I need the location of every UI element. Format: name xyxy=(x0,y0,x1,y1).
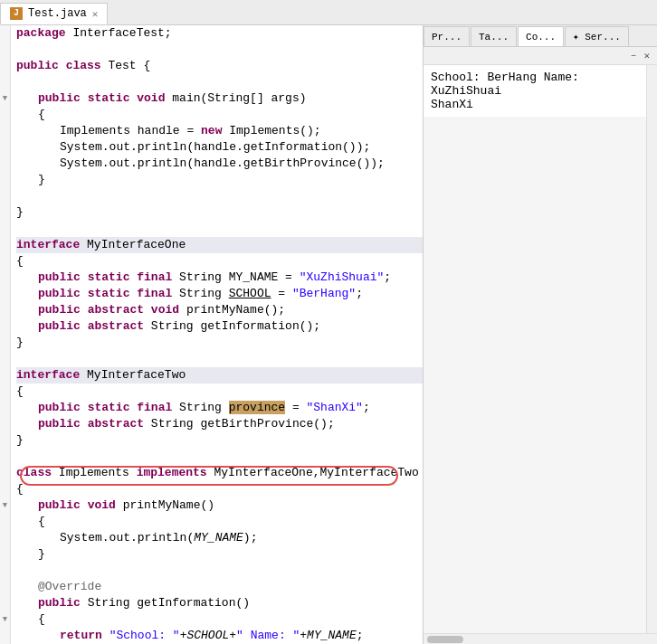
tab-servers[interactable]: ✦ Ser... xyxy=(565,26,629,46)
code-line-2 xyxy=(16,42,423,58)
code-line-6: { xyxy=(16,107,423,123)
code-line-21 xyxy=(16,351,423,367)
code-line-33: } xyxy=(16,546,423,563)
code-line-1: package InterfaceTest; xyxy=(16,25,423,42)
code-line-26: } xyxy=(16,432,423,449)
fold-arrow-main[interactable]: ▼ xyxy=(0,90,10,107)
fold-cell xyxy=(0,107,10,123)
code-line-7: Implements handle = new Implements(); xyxy=(16,123,423,139)
output-tab-bar: Pr... Ta... Co... ✦ Ser... xyxy=(424,25,657,47)
tab-tasks-label: Ta... xyxy=(479,32,509,43)
output-scroll-thumb[interactable] xyxy=(427,636,463,643)
fold-cell xyxy=(0,416,10,432)
fold-cell xyxy=(0,530,10,546)
fold-cell xyxy=(0,42,10,58)
code-line-23: { xyxy=(16,384,423,400)
code-line-18: public abstract void printMyName(); xyxy=(16,302,423,318)
output-panel: Pr... Ta... Co... ✦ Ser... – ✕ xyxy=(424,25,657,644)
tab-problems-label: Pr... xyxy=(432,32,462,43)
fold-cell xyxy=(0,188,10,204)
app-container: J Test.java ✕ ▼ xyxy=(0,0,657,644)
tab-bar: J Test.java ✕ xyxy=(0,0,657,25)
fold-cell xyxy=(0,628,10,644)
output-text-area: School: BerHang Name: XuZhiShuai ShanXi xyxy=(424,65,646,633)
code-line-15: { xyxy=(16,253,423,270)
fold-cell xyxy=(0,139,10,156)
fold-cell xyxy=(0,253,10,270)
output-horizontal-scrollbar[interactable] xyxy=(424,633,657,644)
output-vertical-scrollbar[interactable] xyxy=(646,65,657,633)
code-line-11 xyxy=(16,188,423,204)
code-line-24: public static final String province = "S… xyxy=(16,400,423,416)
fold-arrow-getInfo[interactable]: ▼ xyxy=(0,611,10,628)
code-line-12: } xyxy=(16,204,423,221)
output-line-2: ShanXi xyxy=(431,98,639,111)
fold-cell xyxy=(0,465,10,481)
fold-arrow-printMyName[interactable]: ▼ xyxy=(0,497,10,514)
code-line-32: System.out.println(MY_NAME); xyxy=(16,530,423,546)
fold-cell xyxy=(0,432,10,449)
fold-cell xyxy=(0,286,10,302)
output-close-button[interactable]: ✕ xyxy=(640,49,653,62)
code-line-8: System.out.println(handle.getInformation… xyxy=(16,139,423,156)
tab-tasks[interactable]: Ta... xyxy=(471,26,517,46)
code-editor-lines: package InterfaceTest; public class Test… xyxy=(11,25,423,644)
fold-cell xyxy=(0,546,10,563)
fold-cell xyxy=(0,595,10,611)
code-line-31: { xyxy=(16,514,423,530)
code-line-19: public abstract String getInformation(); xyxy=(16,318,423,335)
code-line-3: public class Test { xyxy=(16,58,423,74)
code-line-38: return "School: "+SCHOOL+" Name: "+MY_NA… xyxy=(16,628,423,644)
fold-cell xyxy=(0,351,10,367)
fold-cell xyxy=(0,237,10,253)
output-minimize-button[interactable]: – xyxy=(627,49,641,62)
fold-cell xyxy=(0,156,10,172)
tab-close-button[interactable]: ✕ xyxy=(92,8,99,20)
tab-label: Test.java xyxy=(28,7,87,20)
code-line-25: public abstract String getBirthProvince(… xyxy=(16,416,423,432)
code-line-28: class Implements implements MyInterfaceO… xyxy=(16,465,423,481)
code-line-36: public String getInformation() xyxy=(16,595,423,611)
fold-cell xyxy=(0,74,10,90)
fold-cell xyxy=(0,481,10,497)
code-line-9: System.out.println(handle.getBirthProvin… xyxy=(16,156,423,172)
code-line-27 xyxy=(16,449,423,465)
output-line-1: School: BerHang Name: XuZhiShuai xyxy=(431,71,639,98)
tab-console[interactable]: Co... xyxy=(518,26,564,46)
code-line-35: @Override xyxy=(16,579,423,595)
code-line-37: { xyxy=(16,611,423,628)
code-container: ▼ xyxy=(0,25,423,644)
output-scrollbar-area: School: BerHang Name: XuZhiShuai ShanXi xyxy=(424,65,657,633)
tab-test-java[interactable]: J Test.java ✕ xyxy=(0,3,108,24)
tab-console-label: Co... xyxy=(526,32,556,43)
code-line-20: } xyxy=(16,335,423,351)
fold-cell xyxy=(0,514,10,530)
fold-cell xyxy=(0,367,10,384)
output-toolbar: – ✕ xyxy=(424,47,657,65)
fold-cell xyxy=(0,384,10,400)
fold-cell xyxy=(0,400,10,416)
fold-cell xyxy=(0,25,10,42)
main-area: ▼ xyxy=(0,25,657,644)
code-line-4 xyxy=(16,74,423,90)
code-line-22: interface MyInterfaceTwo xyxy=(16,367,423,384)
fold-cell xyxy=(0,318,10,335)
code-line-29: { xyxy=(16,481,423,497)
code-line-5: public static void main(String[] args) xyxy=(16,90,423,107)
fold-cell xyxy=(0,579,10,595)
tab-servers-label: ✦ Ser... xyxy=(573,31,621,43)
tab-problems[interactable]: Pr... xyxy=(424,26,470,46)
code-line-30: public void printMyName() xyxy=(16,497,423,514)
fold-cell xyxy=(0,449,10,465)
code-line-13 xyxy=(16,221,423,237)
fold-cell xyxy=(0,221,10,237)
java-file-icon: J xyxy=(10,7,23,20)
fold-cell xyxy=(0,58,10,74)
editor-panel[interactable]: ▼ xyxy=(0,25,424,644)
fold-gutter: ▼ xyxy=(0,25,11,644)
code-line-14: interface MyInterfaceOne xyxy=(16,237,423,253)
fold-cell xyxy=(0,335,10,351)
code-line-17: public static final String SCHOOL = "Ber… xyxy=(16,286,423,302)
code-line-34 xyxy=(16,563,423,579)
kw-package: package xyxy=(16,25,66,42)
